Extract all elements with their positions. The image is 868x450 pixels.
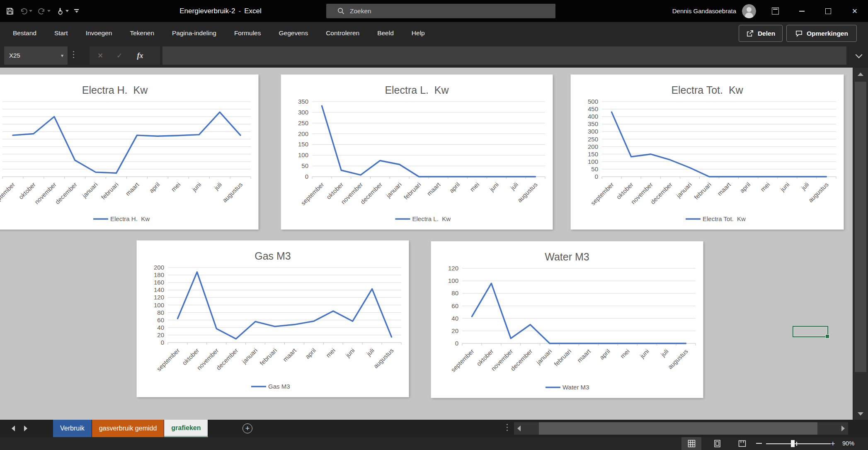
- line-chart-svg: 050100150200250300350septemberoktobernov…: [281, 75, 553, 229]
- cancel-button[interactable]: ✕: [92, 46, 109, 65]
- share-button[interactable]: Delen: [739, 25, 783, 42]
- title-separator: -: [238, 7, 241, 15]
- expand-formula-bar-icon[interactable]: [856, 51, 863, 58]
- ribbon-tab-controleren[interactable]: Controleren: [320, 22, 365, 44]
- ribbon-tab-help[interactable]: Help: [406, 22, 430, 44]
- sheet-tab-grafieken[interactable]: grafieken: [164, 420, 208, 437]
- user-name[interactable]: Dennis Gandasoebrata: [667, 7, 742, 15]
- enter-icon: ✓: [116, 51, 122, 60]
- x-axis-label: mei: [759, 181, 771, 193]
- x-axis-label: november: [33, 181, 58, 205]
- y-axis-label: 350: [588, 120, 598, 127]
- scroll-left-icon[interactable]: [517, 426, 521, 431]
- chart-gas[interactable]: 020406080100120140160180200septemberokto…: [137, 241, 409, 397]
- zoom-in-icon[interactable]: +: [831, 440, 835, 448]
- ribbon-tab-beeld[interactable]: Beeld: [372, 22, 399, 44]
- selected-cell[interactable]: [793, 326, 828, 337]
- normal-view-button[interactable]: [681, 437, 701, 450]
- scroll-up-icon[interactable]: [858, 73, 863, 76]
- insert-function-button[interactable]: fx: [132, 46, 148, 65]
- horizontal-scrollbar[interactable]: [514, 422, 848, 435]
- new-sheet-button[interactable]: +: [242, 423, 252, 433]
- y-axis-label: 100: [154, 302, 164, 309]
- chart-electra-l[interactable]: 050100150200250300350septemberoktobernov…: [281, 75, 553, 229]
- save-button[interactable]: [6, 7, 14, 15]
- name-box[interactable]: X25 ▾: [4, 46, 68, 65]
- ribbon-tab-bestand[interactable]: Bestand: [7, 22, 42, 44]
- page-break-preview-button[interactable]: [732, 437, 752, 450]
- document-title: Energieverbruik-2: [179, 7, 235, 15]
- chart-electra-h[interactable]: 0255075100125150175200225250septemberokt…: [0, 75, 258, 229]
- ribbon-display-options-button[interactable]: [762, 0, 788, 22]
- ribbon-tab-invoegen[interactable]: Invoegen: [80, 22, 118, 44]
- maximize-button[interactable]: [815, 0, 841, 22]
- tabbar-splitter[interactable]: [507, 424, 508, 431]
- user-avatar[interactable]: [742, 4, 756, 18]
- page-layout-view-button[interactable]: [707, 437, 727, 450]
- scroll-down-icon[interactable]: [858, 412, 863, 416]
- customize-quick-access-button[interactable]: [74, 9, 79, 13]
- x-axis-label: september: [449, 348, 475, 373]
- ribbon-tab-tekenen[interactable]: Tekenen: [124, 22, 160, 44]
- formula-input[interactable]: [162, 46, 846, 65]
- ribbon-tab-pagina-indeling[interactable]: Pagina-indeling: [167, 22, 222, 44]
- sheet-tab-verbruik[interactable]: Verbruik: [53, 420, 92, 437]
- x-axis-label: september: [589, 181, 615, 207]
- close-button[interactable]: ×: [841, 0, 868, 22]
- x-axis-label: maart: [716, 181, 732, 197]
- x-axis-label: mei: [619, 348, 631, 360]
- x-axis-label: mei: [170, 181, 182, 193]
- comments-label: Opmerkingen: [807, 30, 848, 37]
- sheet-tab-gasverbruik-gemidd[interactable]: gasverbruik gemidd: [92, 420, 165, 437]
- formula-bar-splitter[interactable]: [73, 51, 74, 58]
- minimize-button[interactable]: [788, 0, 815, 22]
- title-bar: Energieverbruik-2-Excel Zoeken Dennis Ga…: [0, 0, 868, 22]
- ribbon-display-options-icon: [772, 7, 779, 15]
- touch-mouse-mode-button[interactable]: [56, 7, 69, 15]
- ribbon-tab-formules[interactable]: Formules: [229, 22, 267, 44]
- y-axis-label: 0: [595, 173, 598, 180]
- x-axis-label: januari: [535, 348, 553, 366]
- zoom-level[interactable]: 90%: [842, 437, 854, 450]
- ribbon-tab-gegevens[interactable]: Gegevens: [273, 22, 313, 44]
- ribbon-tab-start[interactable]: Start: [49, 22, 73, 44]
- vertical-scrollbar-thumb[interactable]: [855, 82, 866, 372]
- chart-title: Gas M3: [255, 250, 291, 262]
- x-axis-label: januari: [674, 181, 693, 199]
- data-series-line: [472, 283, 686, 343]
- enter-button[interactable]: ✓: [111, 46, 128, 65]
- search-box[interactable]: Zoeken: [326, 4, 555, 18]
- x-axis-label: maart: [425, 181, 442, 197]
- comments-button[interactable]: Opmerkingen: [786, 25, 857, 42]
- vertical-scrollbar[interactable]: [853, 68, 868, 420]
- fx-icon: fx: [137, 51, 143, 60]
- cancel-icon: ✕: [97, 51, 103, 60]
- zoom-out-icon[interactable]: [756, 443, 762, 444]
- y-axis-label: 80: [157, 309, 164, 316]
- horizontal-scrollbar-thumb[interactable]: [539, 422, 817, 435]
- legend-label: Water M3: [563, 384, 589, 391]
- fill-handle[interactable]: [825, 334, 829, 338]
- scroll-right-icon[interactable]: [841, 426, 845, 431]
- y-axis-label: 250: [588, 136, 598, 143]
- quick-access-toolbar: [6, 0, 79, 22]
- undo-button[interactable]: [19, 7, 32, 15]
- zoom-slider-track[interactable]: [766, 443, 831, 444]
- y-axis-label: 120: [154, 294, 164, 301]
- chart-electra-tot[interactable]: 050100150200250300350400450500septembero…: [571, 75, 844, 229]
- chart-title: Electra H. Kw: [82, 84, 148, 96]
- zoom-slider-thumb[interactable]: [791, 440, 795, 447]
- search-icon: [337, 7, 345, 15]
- x-axis-label: april: [148, 181, 161, 194]
- sheet-area[interactable]: 0255075100125150175200225250septemberokt…: [0, 68, 853, 420]
- y-axis-label: 0: [161, 339, 164, 346]
- chart-water[interactable]: 020406080100120septemberoktobernovemberd…: [431, 241, 703, 398]
- y-axis-label: 200: [154, 264, 164, 271]
- next-sheet-icon[interactable]: [24, 426, 27, 431]
- redo-button[interactable]: [38, 7, 51, 15]
- y-axis-label: 40: [157, 324, 164, 331]
- avatar-image: [742, 4, 756, 18]
- x-axis-label: augustus: [807, 181, 830, 204]
- previous-sheet-icon[interactable]: [12, 426, 15, 431]
- x-axis-label: oktober: [615, 181, 634, 200]
